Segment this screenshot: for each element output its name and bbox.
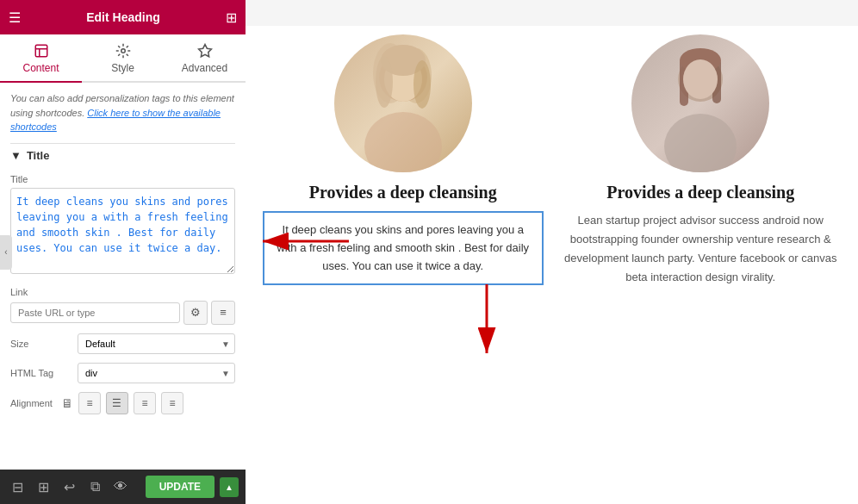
svg-point-17 bbox=[683, 59, 718, 99]
duplicate-icon[interactable]: ⧉ bbox=[84, 476, 105, 497]
right-heading: Provides a deep cleansing bbox=[606, 183, 794, 202]
layers-icon[interactable]: ⊟ bbox=[7, 476, 28, 497]
html-tag-label: HTML Tag bbox=[10, 368, 71, 378]
bottom-toolbar: ⊟ ⊞ ↩ ⧉ 👁 UPDATE ▲ bbox=[0, 470, 246, 504]
panel-content: You can also add personalization tags to… bbox=[0, 83, 246, 470]
svg-point-13 bbox=[664, 114, 737, 172]
collapse-arrow[interactable]: ▼ bbox=[10, 149, 22, 162]
update-dropdown[interactable]: ▲ bbox=[220, 477, 239, 497]
two-column-layout: Provides a deep cleansing It deep cleans… bbox=[246, 26, 858, 504]
section-title: ▼ Title bbox=[10, 143, 235, 167]
size-label: Size bbox=[10, 339, 71, 349]
left-heading: Provides a deep cleansing bbox=[309, 183, 497, 202]
link-section: Link ⚙ ≡ bbox=[10, 287, 235, 325]
tab-content[interactable]: Content bbox=[0, 34, 82, 83]
left-panel: ☰ Edit Heading ⊞ Content Style Advanced … bbox=[0, 0, 246, 504]
size-row: Size Default Small Medium Large ▼ bbox=[10, 333, 235, 354]
hamburger-icon[interactable]: ☰ bbox=[9, 9, 21, 26]
info-text: You can also add personalization tags to… bbox=[10, 91, 235, 134]
page-top-bar bbox=[246, 0, 858, 26]
panel-title: Edit Heading bbox=[86, 10, 160, 24]
align-right-btn[interactable]: ≡ bbox=[134, 392, 156, 414]
html-tag-row: HTML Tag div h1 h2 h3 p span ▼ bbox=[10, 363, 235, 383]
svg-point-5 bbox=[364, 112, 442, 172]
size-select[interactable]: Default Small Medium Large bbox=[78, 333, 235, 354]
panel-collapse-handle[interactable]: ‹ bbox=[0, 235, 12, 270]
svg-point-3 bbox=[121, 49, 125, 53]
svg-point-10 bbox=[376, 56, 393, 108]
main-content: Provides a deep cleansing It deep cleans… bbox=[246, 0, 858, 504]
link-input-row: ⚙ ≡ bbox=[10, 301, 235, 325]
link-settings-icon[interactable]: ⚙ bbox=[183, 301, 208, 325]
title-field: Title It deep cleans you skins and pores… bbox=[10, 174, 235, 277]
left-circle-image bbox=[334, 34, 472, 172]
link-input[interactable] bbox=[10, 302, 180, 323]
size-select-wrapper: Default Small Medium Large ▼ bbox=[78, 333, 235, 354]
monitor-icon: 🖥 bbox=[61, 396, 73, 410]
alignment-row: Alignment 🖥 ≡ ☰ ≡ ≡ bbox=[10, 392, 235, 414]
tabs-bar: Content Style Advanced bbox=[0, 34, 246, 83]
align-left-btn[interactable]: ≡ bbox=[78, 392, 101, 414]
tab-advanced[interactable]: Advanced bbox=[164, 34, 246, 81]
link-label: Link bbox=[10, 287, 235, 297]
squares-icon[interactable]: ⊞ bbox=[33, 476, 53, 497]
html-tag-select-wrapper: div h1 h2 h3 p span ▼ bbox=[78, 363, 235, 383]
left-body-highlighted: It deep cleans you skins and pores leavi… bbox=[263, 211, 544, 285]
tab-content-label: Content bbox=[22, 62, 59, 74]
tab-style-label: Style bbox=[111, 62, 134, 74]
right-column: Provides a deep cleansing Lean startup p… bbox=[561, 34, 842, 287]
html-tag-select[interactable]: div h1 h2 h3 p span bbox=[78, 363, 235, 383]
title-label: Title bbox=[10, 174, 235, 184]
title-textarea[interactable]: It deep cleans you skins and pores leavi… bbox=[10, 188, 235, 274]
eye-icon[interactable]: 👁 bbox=[110, 476, 131, 497]
tab-advanced-label: Advanced bbox=[182, 62, 227, 74]
link-list-icon[interactable]: ≡ bbox=[211, 301, 235, 325]
right-body: Lean startup project advisor success and… bbox=[561, 211, 842, 287]
svg-rect-0 bbox=[35, 45, 47, 57]
update-button[interactable]: UPDATE bbox=[146, 476, 214, 498]
grid-icon[interactable]: ⊞ bbox=[226, 9, 237, 26]
align-center-btn[interactable]: ☰ bbox=[106, 392, 128, 414]
tab-style[interactable]: Style bbox=[82, 34, 164, 81]
alignment-label: Alignment bbox=[10, 398, 53, 408]
undo-icon[interactable]: ↩ bbox=[59, 476, 79, 497]
align-justify-btn[interactable]: ≡ bbox=[161, 392, 183, 414]
svg-point-11 bbox=[413, 60, 431, 109]
right-circle-image bbox=[631, 34, 769, 172]
left-column: Provides a deep cleansing It deep cleans… bbox=[263, 34, 544, 285]
top-bar: ☰ Edit Heading ⊞ bbox=[0, 0, 246, 34]
